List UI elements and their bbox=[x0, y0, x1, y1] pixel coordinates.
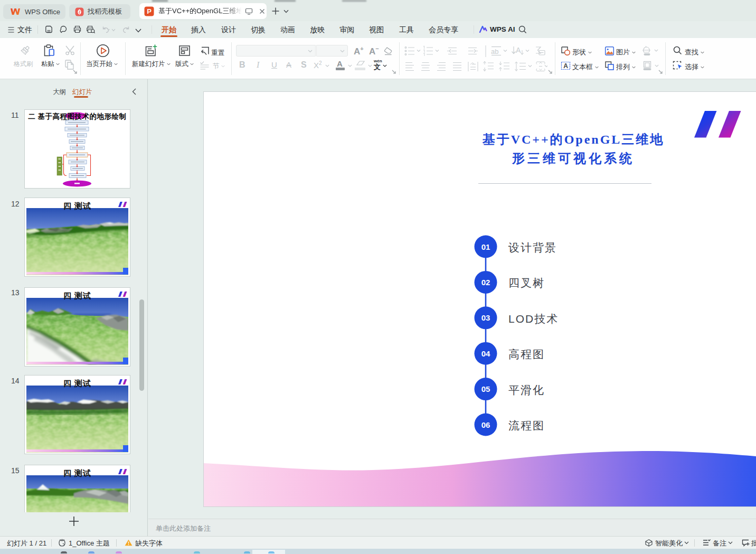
svg-text:01: 01 bbox=[481, 242, 490, 251]
svg-text:06: 06 bbox=[481, 420, 490, 429]
svg-text:A: A bbox=[563, 62, 568, 70]
svg-text:02: 02 bbox=[481, 278, 490, 287]
svg-text:05: 05 bbox=[481, 384, 490, 393]
svg-text:04: 04 bbox=[481, 349, 490, 358]
svg-text:03: 03 bbox=[481, 313, 490, 322]
svg-text:A: A bbox=[516, 46, 521, 54]
svg-text:P: P bbox=[147, 7, 152, 15]
svg-text:ab: ab bbox=[491, 48, 498, 55]
